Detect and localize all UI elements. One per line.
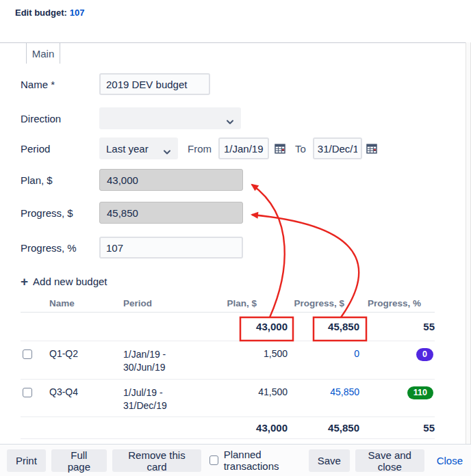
planned-transactions-checkbox[interactable] (209, 455, 218, 465)
form-row-direction: Direction (0, 107, 471, 129)
summary-top-plan: 43,000 (226, 313, 288, 341)
row-progress-link[interactable]: 0 (354, 348, 359, 359)
header-plan: Plan, $ (226, 293, 288, 308)
plus-icon: + (21, 276, 28, 287)
form-row-plan: Plan, $ (0, 169, 471, 191)
add-new-budget-label: Add new budget (33, 276, 107, 287)
form-row-period: Period Last year From To (0, 137, 471, 159)
progress-pct-input[interactable] (99, 237, 243, 259)
full-page-button[interactable]: Full page (51, 449, 107, 472)
progress-usd-input (99, 202, 243, 224)
from-date-input[interactable] (218, 137, 269, 159)
save-button[interactable]: Save (309, 449, 350, 472)
chevron-down-icon (163, 146, 171, 157)
form-row-progress-usd: Progress, $ (0, 202, 471, 224)
header-period: Period (123, 293, 226, 308)
progress-usd-label: Progress, $ (21, 207, 73, 219)
scrollbar[interactable] (466, 42, 471, 444)
budget-table: Name Period Plan, $ Progress, $ Progress… (21, 293, 435, 439)
summary-top-progress: 45,850 (288, 313, 359, 341)
summary-top-row: 43,000 45,850 55 (21, 313, 435, 341)
to-label: To (295, 143, 306, 155)
plan-label: Plan, $ (21, 174, 53, 186)
summary-top-pct: 55 (359, 313, 435, 341)
header-progress-usd: Progress, $ (288, 293, 359, 308)
summary-bottom-pct: 55 (359, 417, 435, 439)
name-input[interactable] (99, 73, 210, 95)
plan-input (99, 169, 243, 191)
to-date-input[interactable] (313, 137, 362, 159)
summary-bottom-row: 43,000 45,850 55 (21, 417, 435, 439)
chevron-down-icon (226, 116, 234, 127)
period-label: Period (21, 143, 50, 155)
budget-id-link[interactable]: 107 (70, 8, 85, 18)
remove-card-button[interactable]: Remove this card (112, 449, 201, 472)
table-row: Q1-Q2 1/Jan/19 - 30/Jun/19 1,500 0 0 (21, 341, 435, 380)
planned-transactions-label: Planned transactions (224, 449, 309, 472)
row-plan: 41,500 (226, 386, 288, 397)
form-row-name: Name * (0, 73, 471, 95)
name-label: Name * (21, 79, 55, 90)
add-new-budget-button[interactable]: + Add new budget (21, 276, 107, 287)
progress-pct-label: Progress, % (21, 242, 77, 254)
direction-label: Direction (21, 113, 61, 124)
summary-bottom-progress: 45,850 (288, 417, 359, 439)
row-name: Q3-Q4 (49, 386, 123, 397)
to-calendar-icon[interactable] (366, 143, 377, 154)
row-period: 1/Jul/19 - 31/Dec/19 (123, 386, 226, 412)
direction-select[interactable] (99, 107, 241, 129)
table-header-row: Name Period Plan, $ Progress, $ Progress… (21, 293, 435, 313)
period-select[interactable]: Last year (99, 137, 178, 159)
from-calendar-icon[interactable] (275, 143, 285, 154)
page-title-label: Edit budget: (15, 8, 67, 18)
close-link[interactable]: Close (437, 455, 463, 466)
page-title: Edit budget:107 (15, 8, 85, 18)
save-and-close-button[interactable]: Save and close (355, 449, 424, 472)
row-period: 1/Jan/19 - 30/Jun/19 (123, 348, 226, 374)
print-button[interactable]: Print (7, 449, 46, 472)
summary-bottom-plan: 43,000 (226, 417, 288, 439)
period-select-value: Last year (106, 143, 149, 155)
progress-pct-badge: 110 (407, 386, 433, 399)
form-row-progress-pct: Progress, % (0, 237, 471, 259)
header-progress-pct: Progress, % (359, 293, 435, 308)
row-checkbox[interactable] (23, 388, 32, 397)
header-checkbox-spacer (21, 293, 49, 298)
footer-toolbar: Print Full page Remove this card Planned… (0, 444, 471, 476)
row-progress-link[interactable]: 45,850 (330, 386, 359, 397)
planned-transactions-toggle[interactable]: Planned transactions (209, 449, 309, 472)
table-row: Q3-Q4 1/Jul/19 - 31/Dec/19 41,500 45,850… (21, 380, 435, 417)
row-plan: 1,500 (226, 348, 288, 359)
row-checkbox[interactable] (23, 349, 32, 359)
tab-main[interactable]: Main (26, 43, 60, 64)
progress-pct-badge: 0 (416, 348, 433, 361)
header-name: Name (49, 293, 123, 308)
tab-main-label: Main (32, 48, 55, 60)
tab-bar: Main (0, 42, 471, 63)
row-name: Q1-Q2 (49, 348, 123, 359)
from-label: From (188, 143, 212, 155)
